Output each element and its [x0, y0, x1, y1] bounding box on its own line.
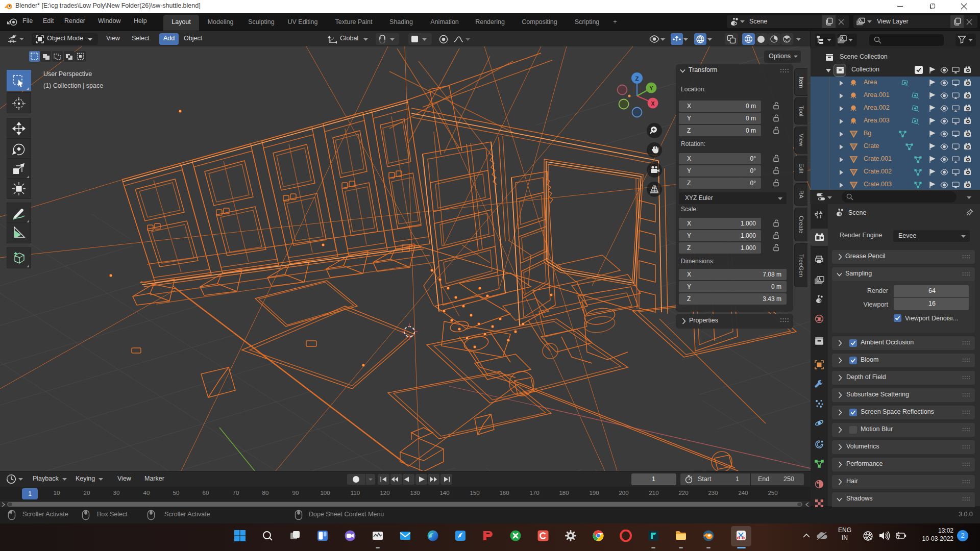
svg-text:Y: Y	[649, 85, 653, 91]
svg-text:Z: Z	[635, 76, 639, 82]
svg-text:X: X	[651, 101, 654, 107]
